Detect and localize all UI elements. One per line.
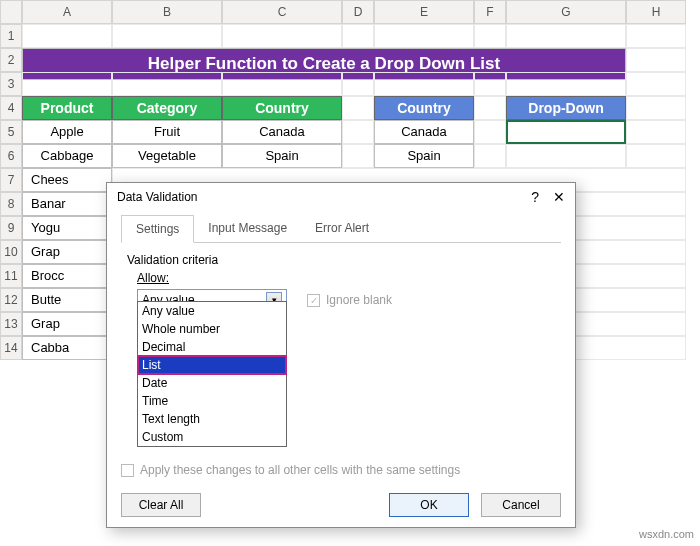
cell-h5-selected[interactable] [506,120,626,144]
cell[interactable] [342,144,374,168]
tab-input-message[interactable]: Input Message [194,215,301,242]
cell[interactable] [506,24,626,48]
col-D[interactable]: D [342,0,374,24]
dialog-titlebar[interactable]: Data Validation ? ✕ [107,183,575,211]
cell-b10[interactable]: Grap [22,240,112,264]
allow-option[interactable]: Text length [138,410,286,428]
cell-f6[interactable]: Spain [374,144,474,168]
cell[interactable] [342,96,374,120]
cell[interactable] [374,72,474,96]
allow-option[interactable]: Custom [138,428,286,446]
cell[interactable] [374,24,474,48]
cell[interactable] [342,24,374,48]
col-C[interactable]: C [222,0,342,24]
ignore-blank-checkbox: ✓ Ignore blank [307,293,392,307]
cell-c6[interactable]: Vegetable [112,144,222,168]
dialog-tabs: Settings Input Message Error Alert [121,215,561,243]
allow-option[interactable]: Time [138,392,286,410]
cell-d6[interactable]: Spain [222,144,342,168]
header-country-f: Country [374,96,474,120]
cell[interactable] [506,144,626,168]
col-E[interactable]: E [374,0,474,24]
dialog-title: Data Validation [117,190,198,204]
row-6[interactable]: 6 [0,144,22,168]
col-F[interactable]: F [474,0,506,24]
cell-b14[interactable]: Cabba [22,336,112,360]
cell[interactable] [626,72,686,96]
cell-b13[interactable]: Grap [22,312,112,336]
cell[interactable] [626,48,686,72]
cell[interactable] [112,72,222,96]
col-A[interactable]: A [22,0,112,24]
cell-b12[interactable]: Butte [22,288,112,312]
cell[interactable] [342,72,374,96]
help-icon[interactable]: ? [531,189,539,205]
cell[interactable] [474,120,506,144]
row-12[interactable]: 12 [0,288,22,312]
row-5[interactable]: 5 [0,120,22,144]
row-11[interactable]: 11 [0,264,22,288]
col-G[interactable]: G [506,0,626,24]
cell-b9[interactable]: Yogu [22,216,112,240]
header-dropdown: Drop-Down [506,96,626,120]
data-validation-dialog: Data Validation ? ✕ Settings Input Messa… [106,182,576,528]
row-9[interactable]: 9 [0,216,22,240]
cell[interactable] [474,144,506,168]
cell-d5[interactable]: Canada [222,120,342,144]
cell[interactable] [22,24,112,48]
cell[interactable] [112,24,222,48]
ok-button[interactable]: OK [389,493,469,517]
checkbox-icon: ✓ [307,294,320,307]
row-1[interactable]: 1 [0,24,22,48]
apply-changes-label: Apply these changes to all other cells w… [140,463,460,477]
allow-label: Allow: [137,271,555,285]
allow-option[interactable]: Whole number [138,320,286,338]
cancel-button[interactable]: Cancel [481,493,561,517]
cell[interactable] [474,96,506,120]
clear-all-button[interactable]: Clear All [121,493,201,517]
row-2[interactable]: 2 [0,48,22,72]
allow-option-list[interactable]: List [138,356,286,374]
cell-b8[interactable]: Banar [22,192,112,216]
cell-b6[interactable]: Cabbage [22,144,112,168]
header-product: Product [22,96,112,120]
close-icon[interactable]: ✕ [553,189,565,205]
row-3[interactable]: 3 [0,72,22,96]
cell[interactable] [626,120,686,144]
col-B[interactable]: B [112,0,222,24]
cell[interactable] [626,96,686,120]
tab-settings[interactable]: Settings [121,215,194,243]
row-14[interactable]: 14 [0,336,22,360]
row-4[interactable]: 4 [0,96,22,120]
allow-option[interactable]: Decimal [138,338,286,356]
cell[interactable] [626,24,686,48]
cell[interactable] [626,144,686,168]
cell[interactable] [222,24,342,48]
cell[interactable] [506,72,626,96]
allow-option[interactable]: Any value [138,302,286,320]
watermark: wsxdn.com [639,528,694,540]
cell-c5[interactable]: Fruit [112,120,222,144]
cell[interactable] [22,72,112,96]
corner-cell[interactable] [0,0,22,24]
cell-f5[interactable]: Canada [374,120,474,144]
cell[interactable] [222,72,342,96]
header-category: Category [112,96,222,120]
cell[interactable] [342,120,374,144]
col-H[interactable]: H [626,0,686,24]
cell-b11[interactable]: Brocc [22,264,112,288]
apply-changes-checkbox: Apply these changes to all other cells w… [121,463,561,477]
row-10[interactable]: 10 [0,240,22,264]
row-8[interactable]: 8 [0,192,22,216]
allow-dropdown-list: Any value Whole number Decimal List Date… [137,301,287,447]
checkbox-icon [121,464,134,477]
cell[interactable] [474,72,506,96]
allow-option[interactable]: Date [138,374,286,392]
row-7[interactable]: 7 [0,168,22,192]
cell-b5[interactable]: Apple [22,120,112,144]
cell[interactable] [474,24,506,48]
header-country: Country [222,96,342,120]
row-13[interactable]: 13 [0,312,22,336]
cell-b7[interactable]: Chees [22,168,112,192]
tab-error-alert[interactable]: Error Alert [301,215,383,242]
